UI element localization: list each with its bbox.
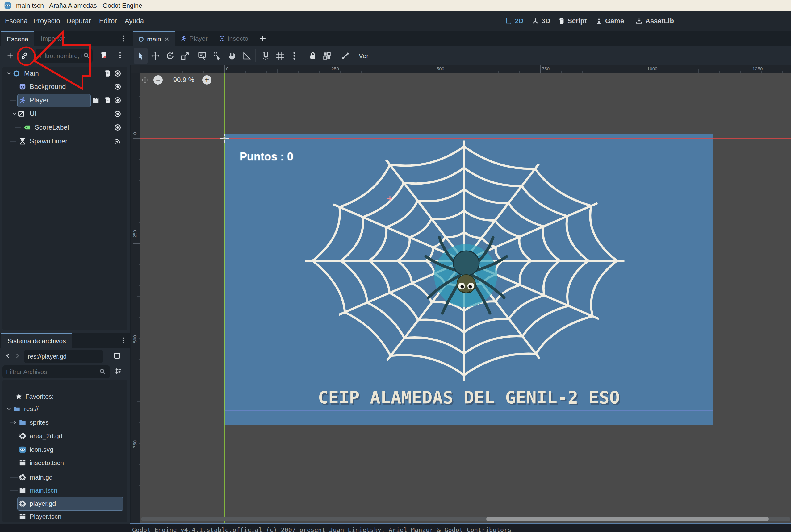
menu-ayuda[interactable]: Ayuda — [125, 11, 144, 31]
node-label: Main — [24, 67, 39, 80]
sort-icon[interactable] — [114, 367, 122, 375]
menu-proyecto[interactable]: Proyecto — [33, 11, 60, 31]
character-icon — [19, 96, 26, 104]
ver-menu-button[interactable]: Ver — [359, 46, 369, 65]
toolbar-separator — [194, 50, 194, 62]
scene-tree-row-ui[interactable]: UI — [2, 108, 127, 120]
file-label: Favoritos: — [25, 391, 54, 403]
detach-script-icon[interactable] — [99, 51, 107, 59]
signal-icon[interactable] — [114, 137, 122, 145]
menu-depurar[interactable]: Depurar — [67, 11, 91, 31]
menu-escena[interactable]: Escena — [5, 11, 27, 31]
film-icon[interactable] — [92, 96, 100, 104]
file-row-maintscn[interactable]: main.tscn — [2, 484, 127, 496]
dock-options-icon[interactable] — [119, 336, 127, 344]
scene-tab-main[interactable]: main — [133, 31, 175, 46]
smart-snap-magnet-icon[interactable] — [261, 51, 271, 61]
pan-tool-icon[interactable] — [227, 51, 237, 61]
scene-tree-row-scorelabel[interactable]: ScoreLabel — [2, 121, 127, 134]
ruler-tick — [435, 65, 435, 73]
scene-dock-tabbar: Escena Importar — [0, 31, 130, 46]
ruler-label: 250 — [331, 66, 339, 71]
script-icon[interactable] — [103, 70, 111, 77]
tab-escena[interactable]: Escena — [1, 31, 34, 46]
nav-back-icon[interactable] — [4, 352, 12, 360]
chevron-down-icon[interactable] — [5, 70, 12, 77]
file-row-favoritos[interactable]: Favoritos: — [2, 391, 127, 403]
file-row-area2d[interactable]: area_2d.gd — [2, 430, 127, 442]
instantiate-scene-link-icon[interactable] — [20, 52, 29, 60]
toolbar-separator — [303, 50, 303, 62]
toolbar-separator — [354, 50, 354, 62]
scene-dock: Main Background Player UI — [0, 46, 130, 332]
ruler-label: 250 — [132, 230, 137, 238]
add-node-icon[interactable] — [6, 52, 14, 60]
eye-icon[interactable] — [114, 96, 122, 104]
workspace-3d-label: 3D — [541, 17, 550, 25]
close-icon[interactable] — [164, 36, 170, 42]
scene-tree-row-spawntimer[interactable]: SpawnTimer — [2, 135, 127, 148]
script-icon[interactable] — [103, 96, 111, 104]
axes-2d-icon — [505, 17, 512, 25]
h-scrollbar-thumb[interactable] — [486, 517, 769, 521]
select-tool-icon[interactable] — [136, 51, 146, 61]
workspace-assetlib-button[interactable]: AssetLib — [636, 11, 674, 31]
menu-editor[interactable]: Editor — [99, 11, 117, 31]
scene-tree-row-main[interactable]: Main — [2, 67, 127, 80]
chevron-down-icon[interactable] — [11, 111, 18, 117]
workspace-2d-button[interactable]: 2D — [505, 11, 523, 31]
lock-icon[interactable] — [308, 51, 318, 61]
tab-importar[interactable]: Importar — [34, 31, 72, 46]
split-view-icon[interactable] — [113, 352, 121, 360]
ruler-tick — [224, 65, 225, 73]
workspace-3d-button[interactable]: 3D — [532, 11, 550, 31]
x-axis-line — [141, 138, 791, 138]
workspace-game-button[interactable]: Game — [595, 11, 624, 31]
eye-icon[interactable] — [114, 110, 122, 118]
eye-icon[interactable] — [114, 83, 122, 91]
file-row-playergd[interactable]: player.gd — [2, 497, 127, 510]
zoom-out-button[interactable]: − — [153, 75, 163, 84]
title-bar: main.tscn - Araña Alamedas - Godot Engin… — [0, 0, 791, 11]
snap-options-icon[interactable] — [289, 51, 299, 61]
chevron-down-icon[interactable] — [5, 405, 12, 412]
scene-tree-row-player[interactable]: Player — [2, 94, 127, 107]
file-row-insecto[interactable]: insecto.tscn — [2, 457, 127, 469]
list-select-tool-icon[interactable] — [197, 51, 207, 61]
filesystem-dock: Favoritos: res:// sprites area_2d.gd ico… — [0, 348, 130, 524]
scene-tree-row-background[interactable]: Background — [2, 80, 127, 93]
workspace-script-button[interactable]: Script — [557, 11, 587, 31]
ruler-tool-icon[interactable] — [242, 51, 252, 61]
file-row-iconsvg[interactable]: icon.svg — [2, 443, 127, 456]
eye-icon[interactable] — [114, 70, 122, 77]
gear-icon — [19, 500, 26, 508]
tab-sistema-archivos-label: Sistema de archivos — [7, 337, 66, 345]
dock-options-icon[interactable] — [119, 35, 127, 43]
center-view-icon[interactable] — [141, 76, 149, 84]
file-row-maingd[interactable]: main.gd — [2, 471, 127, 483]
grid-snap-icon[interactable] — [275, 51, 285, 61]
group-icon[interactable] — [322, 51, 332, 61]
2d-viewport[interactable]: − 90.9 % + Puntos : 0 CEIP ALAMEDAS DEL … — [141, 73, 791, 523]
zoom-in-button[interactable]: + — [202, 75, 211, 84]
more-options-icon[interactable] — [116, 51, 124, 59]
snap-pixel-tool-icon[interactable] — [212, 51, 222, 61]
file-row-playertscn[interactable]: Player.tscn — [2, 510, 127, 523]
zoom-percentage[interactable]: 90.9 % — [167, 76, 200, 84]
move-tool-icon[interactable] — [150, 51, 160, 61]
scene-tab-player[interactable]: Player — [175, 31, 213, 46]
eye-icon[interactable] — [114, 124, 122, 131]
scale-tool-icon[interactable] — [180, 51, 190, 61]
file-row-res[interactable]: res:// — [2, 403, 127, 415]
fs-filter-input[interactable] — [2, 365, 110, 378]
nav-forward-icon[interactable] — [14, 352, 22, 360]
workspace-script-label: Script — [568, 17, 587, 25]
chevron-right-icon[interactable] — [12, 419, 19, 426]
fs-path-input[interactable] — [24, 350, 103, 363]
file-row-sprites[interactable]: sprites — [2, 416, 127, 429]
tab-sistema-archivos[interactable]: Sistema de archivos — [1, 332, 72, 348]
scene-tab-insecto[interactable]: insecto — [213, 31, 254, 46]
rotate-tool-icon[interactable] — [165, 51, 175, 61]
bone-icon[interactable] — [341, 51, 350, 61]
new-scene-tab-icon[interactable] — [259, 35, 267, 43]
